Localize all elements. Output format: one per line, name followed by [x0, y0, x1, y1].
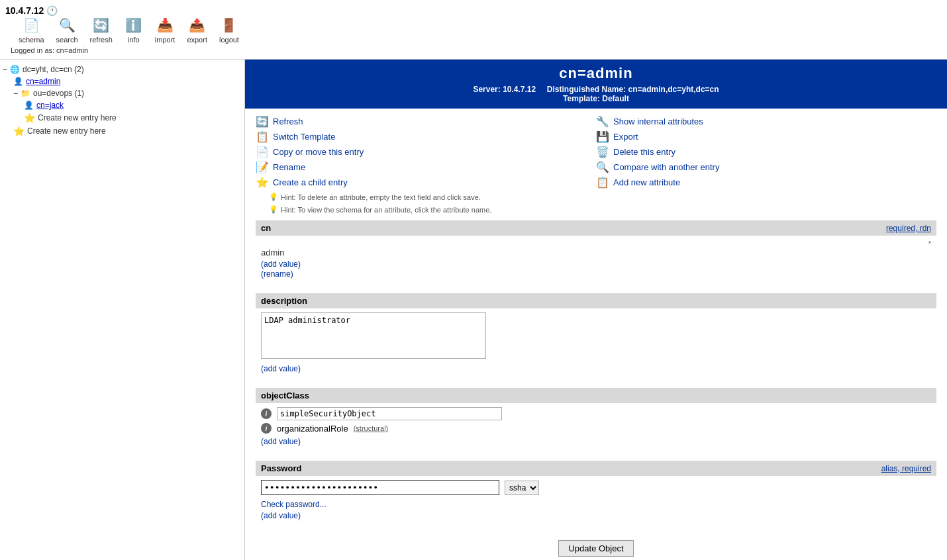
- sidebar: − 🌐 dc=yht, dc=cn (2) 👤 cn=admin − 📁 ou=…: [0, 60, 245, 560]
- info-button[interactable]: ℹ️ info: [125, 16, 143, 44]
- attr-description-body: LDAP administrator (add value): [256, 308, 936, 377]
- action-create-child[interactable]: ⭐ Create a child entry: [256, 176, 596, 189]
- info-icon-1[interactable]: i: [261, 408, 272, 419]
- refresh-action-link[interactable]: Refresh: [273, 117, 303, 126]
- update-button-container: Update Object: [245, 535, 947, 560]
- tree-folder-icon: 📁: [21, 89, 30, 98]
- tree-user-icon-jack: 👤: [24, 101, 34, 110]
- cn-add-value-link[interactable]: (add value): [261, 259, 301, 269]
- tree-root-label: dc=yht, dc=cn (2): [23, 65, 84, 74]
- info-icon-2[interactable]: i: [261, 423, 272, 434]
- hint-2: 💡 Hint: To view the schema for an attrib…: [269, 205, 596, 214]
- tree-user-icon: 👤: [13, 77, 23, 86]
- export-action-link[interactable]: Export: [613, 132, 638, 142]
- tree-root-expand: −: [3, 65, 7, 74]
- topbar: 10.4.7.12 🕐 📄 schema 🔍 search 🔄 refresh …: [0, 0, 947, 60]
- create-child-link[interactable]: Create a child entry: [273, 177, 348, 187]
- tree-root[interactable]: − 🌐 dc=yht, dc=cn (2): [3, 64, 242, 75]
- password-field-row: ssha md5 sha: [261, 480, 931, 495]
- hint-bulb-2: 💡: [269, 205, 278, 214]
- hint-text-1: Hint: To delete an attribute, empty the …: [281, 193, 481, 201]
- attr-cn-name: cn: [261, 223, 271, 233]
- tree-create-root[interactable]: ⭐ Create new entry here: [13, 124, 242, 138]
- action-rename[interactable]: 📝 Rename: [256, 161, 596, 173]
- check-password-link[interactable]: Check password...: [261, 500, 326, 509]
- description-add-value-link[interactable]: (add value): [261, 364, 301, 373]
- actions-right: 🔧 Show internal attributes 💾 Export 🗑️ D…: [596, 115, 936, 214]
- main-content: cn=admin Server: 10.4.7.12 Distinguished…: [245, 60, 947, 560]
- cn-rename-link[interactable]: (rename): [261, 269, 293, 279]
- switch-template-link[interactable]: Switch Template: [273, 132, 335, 142]
- entry-title: cn=admin: [256, 65, 936, 82]
- hash-select[interactable]: ssha md5 sha: [505, 481, 539, 495]
- attr-objectclass-body: i i organizationalRole (structural) (add…: [256, 403, 936, 450]
- password-input[interactable]: [261, 480, 499, 495]
- cn-required-marker: *: [261, 240, 931, 248]
- schema-label: schema: [19, 36, 44, 44]
- description-textarea[interactable]: LDAP administrator: [261, 312, 486, 359]
- switch-template-icon: 📋: [256, 130, 269, 143]
- update-object-button[interactable]: Update Object: [558, 540, 633, 557]
- cn-value: admin: [261, 248, 931, 257]
- action-compare[interactable]: 🔍 Compare with another entry: [596, 161, 936, 173]
- hint-1: 💡 Hint: To delete an attribute, empty th…: [269, 193, 596, 201]
- tree-item-label: cn=admin: [26, 77, 60, 86]
- actions-left: 🔄 Refresh 📋 Switch Template 📄 Copy or mo…: [256, 115, 596, 214]
- tree-create-child-devops[interactable]: ⭐ Create new entry here: [24, 111, 242, 124]
- attr-cn-tags[interactable]: required, rdn: [886, 224, 931, 233]
- objectclass-row-2: i organizationalRole (structural): [261, 423, 931, 434]
- objectclass-input-1[interactable]: [277, 407, 502, 420]
- entry-meta: Server: 10.4.7.12 Distinguished Name: cn…: [256, 85, 936, 103]
- hint-text-2: Hint: To view the schema for an attribut…: [281, 206, 491, 214]
- action-refresh[interactable]: 🔄 Refresh: [256, 115, 596, 128]
- attr-description-name: description: [261, 296, 307, 306]
- tree-root-globe-icon: 🌐: [10, 65, 20, 74]
- actions-area: 🔄 Refresh 📋 Switch Template 📄 Copy or mo…: [245, 109, 947, 220]
- attr-cn-section: cn required, rdn * admin (add value) (re…: [256, 220, 936, 283]
- password-add-value-link[interactable]: (add value): [261, 511, 301, 520]
- delete-icon: 🗑️: [596, 146, 609, 158]
- refresh-button[interactable]: 🔄 refresh: [90, 16, 113, 44]
- import-button[interactable]: 📥 import: [155, 16, 175, 44]
- tree-item-cn-admin[interactable]: 👤 cn=admin: [13, 75, 242, 87]
- action-copy-move[interactable]: 📄 Copy or move this entry: [256, 146, 596, 158]
- show-internal-icon: 🔧: [596, 115, 609, 128]
- search-button[interactable]: 🔍 search: [56, 16, 78, 44]
- rename-link[interactable]: Rename: [273, 162, 305, 172]
- add-attr-link[interactable]: Add new attribute: [613, 177, 680, 187]
- structural-tag[interactable]: (structural): [354, 424, 389, 432]
- attr-description-section: description LDAP administrator (add valu…: [256, 293, 936, 377]
- refresh-icon: 🔄: [92, 16, 111, 34]
- logged-in-label: Logged in as: cn=admin: [11, 46, 239, 54]
- tree-item-ou-devops[interactable]: − 📁 ou=devops (1): [13, 87, 242, 99]
- compare-icon: 🔍: [596, 161, 609, 173]
- attr-objectclass-header: objectClass: [256, 388, 936, 403]
- action-export[interactable]: 💾 Export: [596, 130, 936, 143]
- action-add-attr[interactable]: 📋 Add new attribute: [596, 176, 936, 189]
- export-label: export: [187, 36, 207, 44]
- tree-item-cn-jack[interactable]: 👤 cn=jack: [24, 99, 242, 111]
- attr-cn-header: cn required, rdn: [256, 220, 936, 236]
- action-switch-template[interactable]: 📋 Switch Template: [256, 130, 596, 143]
- clock-icon: 🕐: [46, 5, 58, 16]
- topbar-left: 10.4.7.12 🕐 📄 schema 🔍 search 🔄 refresh …: [5, 5, 239, 54]
- schema-button[interactable]: 📄 schema: [19, 16, 44, 44]
- tree-jack-label: cn=jack: [36, 101, 64, 110]
- attr-password-tags[interactable]: alias, required: [881, 464, 931, 473]
- info-label: info: [128, 36, 140, 44]
- objectclass-add-value-link[interactable]: (add value): [261, 437, 301, 446]
- copy-move-link[interactable]: Copy or move this entry: [273, 147, 364, 157]
- objectclass-value-2: organizationalRole: [277, 424, 348, 434]
- compare-link[interactable]: Compare with another entry: [613, 162, 719, 172]
- delete-link[interactable]: Delete this entry: [613, 147, 675, 157]
- action-show-internal[interactable]: 🔧 Show internal attributes: [596, 115, 936, 128]
- show-internal-link[interactable]: Show internal attributes: [613, 117, 703, 126]
- action-delete[interactable]: 🗑️ Delete this entry: [596, 146, 936, 158]
- create-root-label: Create new entry here: [27, 126, 106, 136]
- server-hostname: 10.4.7.12: [5, 5, 44, 16]
- info-icon: ℹ️: [125, 16, 143, 34]
- create-child-icon: ⭐: [256, 176, 269, 189]
- export-button[interactable]: 📤 export: [187, 16, 207, 44]
- logout-button[interactable]: 🚪 logout: [219, 16, 239, 44]
- add-attr-icon: 📋: [596, 176, 609, 189]
